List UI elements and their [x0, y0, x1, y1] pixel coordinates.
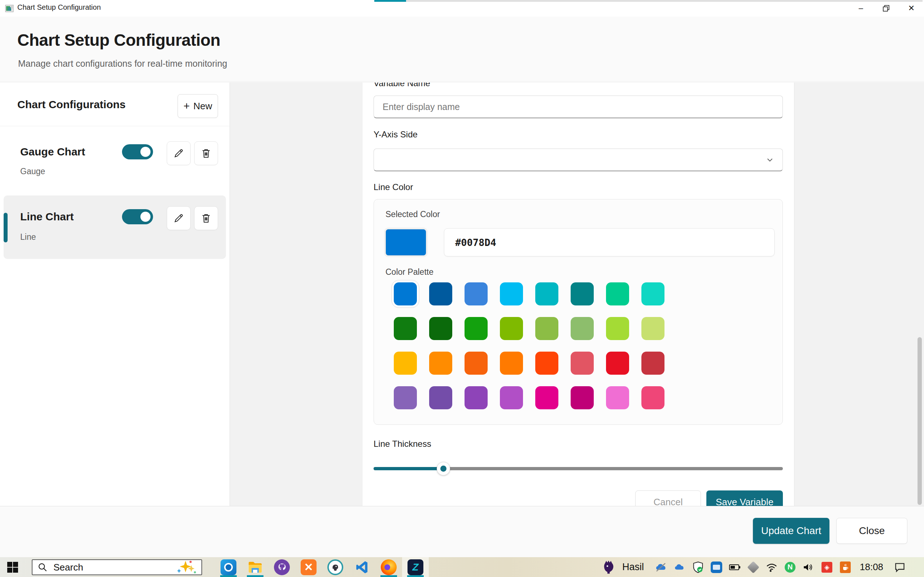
notification-center-icon[interactable]	[894, 561, 906, 574]
onedrive-paused-icon[interactable]	[655, 561, 667, 574]
y-axis-side-select[interactable]	[373, 148, 783, 171]
variable-name-input[interactable]: Enter display name	[373, 95, 783, 118]
palette-color-swatch[interactable]	[535, 317, 558, 340]
color-palette-label: Color Palette	[386, 267, 433, 277]
copilot-sparkle-icon	[175, 560, 196, 574]
taskbar-file-explorer-button[interactable]	[242, 557, 268, 577]
variable-editor-dialog: Variable Name Enter display name Y-Axis …	[362, 82, 795, 506]
palette-color-swatch[interactable]	[465, 317, 488, 340]
taskbar-outlook-button[interactable]	[215, 557, 242, 577]
palette-color-swatch[interactable]	[465, 351, 488, 375]
selected-color-swatch[interactable]	[386, 229, 426, 256]
premier-league-lion-icon[interactable]	[601, 560, 616, 575]
edit-gauge-button[interactable]	[167, 141, 191, 165]
close-dialog-button[interactable]: Close	[836, 518, 908, 544]
cancel-button[interactable]: Cancel	[635, 490, 701, 506]
pencil-icon	[173, 213, 184, 224]
delete-line-button[interactable]	[194, 206, 218, 230]
window-scrollbar-thumb[interactable]	[918, 337, 922, 505]
window-footer: Update Chart Close	[0, 506, 924, 557]
taskbar-pgadmin-button[interactable]	[322, 557, 349, 577]
palette-color-swatch[interactable]	[429, 351, 452, 375]
windows-security-shield-icon[interactable]	[692, 561, 704, 574]
delete-gauge-button[interactable]	[194, 141, 218, 165]
sidebar-chart-configurations: Chart Configurations + New Gauge Chart G…	[0, 82, 230, 506]
palette-color-swatch[interactable]	[571, 282, 594, 305]
app-window-icon	[5, 4, 14, 13]
palette-color-swatch[interactable]	[571, 386, 594, 409]
line-thickness-slider[interactable]	[373, 461, 783, 475]
config-row-line-chart-selected[interactable]: Line Chart Line	[3, 195, 226, 259]
chart-app-icon: Z	[407, 559, 423, 575]
battery-icon[interactable]	[729, 561, 741, 574]
palette-color-swatch[interactable]	[606, 317, 629, 340]
palette-color-swatch[interactable]	[465, 386, 488, 409]
onedrive-icon[interactable]	[674, 561, 686, 574]
palette-color-swatch[interactable]	[394, 351, 417, 375]
config-row-gauge-chart[interactable]: Gauge Chart Gauge	[3, 134, 226, 188]
palette-color-swatch[interactable]	[394, 386, 417, 409]
taskbar-firefox-button[interactable]	[375, 557, 402, 577]
y-axis-side-label: Y-Axis Side	[373, 129, 418, 140]
palette-color-swatch[interactable]	[394, 282, 417, 305]
palette-color-swatch[interactable]	[641, 282, 664, 305]
palette-color-swatch[interactable]	[606, 351, 629, 375]
color-palette-grid	[394, 282, 679, 416]
palette-color-swatch[interactable]	[571, 351, 594, 375]
gauge-enabled-toggle[interactable]	[122, 144, 153, 160]
palette-color-swatch[interactable]	[535, 351, 558, 375]
line-enabled-toggle[interactable]	[122, 209, 153, 224]
close-window-button[interactable]: ✕	[899, 0, 924, 16]
palette-color-swatch[interactable]	[641, 317, 664, 340]
pencil-icon	[173, 148, 184, 159]
java-update-icon[interactable]	[839, 561, 851, 574]
palette-color-swatch[interactable]	[535, 386, 558, 409]
new-configuration-button[interactable]: + New	[178, 94, 218, 118]
palette-color-swatch[interactable]	[465, 282, 488, 305]
edit-line-button[interactable]	[167, 206, 191, 230]
palette-color-swatch[interactable]	[429, 386, 452, 409]
palette-color-swatch[interactable]	[571, 317, 594, 340]
palette-color-swatch[interactable]	[606, 282, 629, 305]
file-explorer-icon	[247, 559, 263, 575]
color-hex-input[interactable]: #0078D4	[444, 228, 775, 256]
main-area: Chart Configurations + New Gauge Chart G…	[0, 82, 924, 506]
slider-thumb[interactable]	[437, 462, 450, 475]
save-variable-button[interactable]: Save Variable	[706, 490, 783, 506]
volume-icon[interactable]	[802, 561, 815, 574]
palette-color-swatch[interactable]	[500, 282, 523, 305]
maximize-restore-button[interactable]	[874, 0, 899, 16]
config-type: Gauge	[20, 167, 45, 176]
palette-color-swatch[interactable]	[429, 317, 452, 340]
palette-color-swatch[interactable]	[535, 282, 558, 305]
start-button[interactable]	[7, 562, 18, 573]
variable-name-placeholder: Enter display name	[383, 102, 460, 112]
clock[interactable]: 18:08	[860, 561, 883, 573]
red-sync-app-icon[interactable]: ◈	[821, 561, 833, 574]
palette-color-swatch[interactable]	[500, 351, 523, 375]
palette-color-swatch[interactable]	[500, 386, 523, 409]
xampp-icon: ✕	[300, 559, 317, 575]
update-chart-button[interactable]: Update Chart	[753, 518, 829, 544]
notepad-plus-icon[interactable]: N	[784, 561, 796, 574]
color-hex-value: #0078D4	[455, 237, 496, 248]
palette-color-swatch[interactable]	[500, 317, 523, 340]
taskbar-search-input[interactable]: Search	[32, 559, 202, 575]
palette-color-swatch[interactable]	[429, 282, 452, 305]
palette-color-swatch[interactable]	[606, 386, 629, 409]
palette-color-swatch[interactable]	[641, 351, 664, 375]
variable-name-label: Variable Name	[373, 82, 430, 89]
taskbar-window-hasil[interactable]: Hasil	[622, 561, 644, 573]
taskbar-vscode-button[interactable]	[349, 557, 375, 577]
running-indicator	[380, 575, 397, 577]
palette-color-swatch[interactable]	[641, 386, 664, 409]
wifi-icon[interactable]	[766, 561, 778, 574]
minimize-button[interactable]: –	[848, 0, 874, 16]
taskbar-xampp-button[interactable]: ✕	[295, 557, 322, 577]
taskbar-chart-app-button[interactable]: Z	[402, 557, 429, 577]
taskbar-github-button[interactable]	[268, 557, 295, 577]
intel-graphics-icon[interactable]	[710, 561, 723, 574]
palette-color-swatch[interactable]	[394, 317, 417, 340]
sidebar-header: Chart Configurations + New	[0, 82, 229, 126]
diamond-tray-icon[interactable]	[747, 561, 759, 574]
